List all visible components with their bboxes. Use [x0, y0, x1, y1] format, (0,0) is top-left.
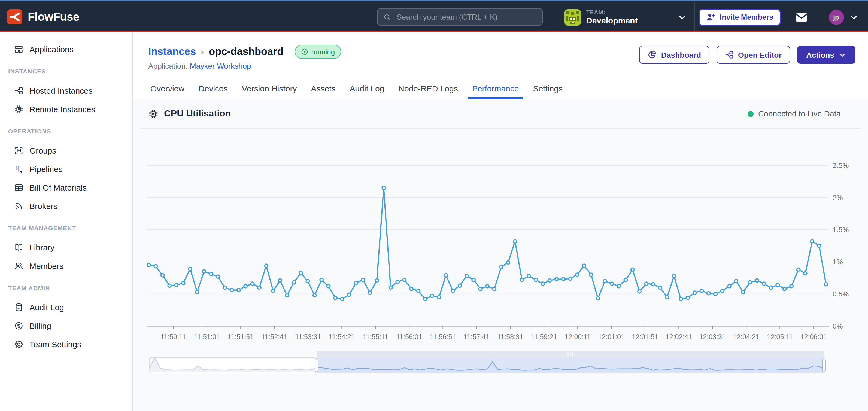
svg-text:12:00:11: 12:00:11	[565, 333, 591, 341]
svg-text:11:57:41: 11:57:41	[464, 333, 490, 341]
grip-icon	[570, 352, 570, 356]
svg-text:2%: 2%	[833, 194, 843, 202]
bill-of-materials-icon	[14, 183, 24, 192]
svg-text:2.5%: 2.5%	[833, 162, 849, 170]
sidebar-item-label: Team Settings	[29, 339, 81, 349]
application-label: Application:	[148, 62, 188, 70]
breadcrumb-instances-link[interactable]: Instances	[148, 46, 196, 58]
sidebar-item-label: Library	[29, 242, 55, 252]
svg-text:1.5%: 1.5%	[833, 226, 849, 234]
svg-text:11:50:11: 11:50:11	[160, 333, 186, 341]
dashboard-button[interactable]: Dashboard	[640, 46, 709, 64]
library-icon	[14, 242, 24, 252]
pie-chart-icon	[648, 50, 657, 59]
brand[interactable]: FlowFuse	[7, 1, 79, 32]
y-axis-labels: 0%0.5%1%1.5%2%2.5%	[833, 162, 849, 330]
sidebar-item-label: Audit Log	[29, 302, 64, 312]
sidebar-item-audit-log[interactable]: Audit Log	[0, 298, 132, 316]
grip-icon	[567, 352, 568, 356]
page-title: opc-dashboard	[209, 46, 283, 58]
team-name: Development	[586, 16, 638, 25]
editor-fork-icon	[724, 50, 734, 59]
range-handle-left[interactable]	[315, 359, 318, 372]
tab-overview[interactable]: Overview	[146, 78, 189, 99]
chevron-down-icon	[678, 13, 687, 22]
chart-title: CPU Utilisation	[148, 108, 231, 119]
sidebar-section-team-admin: TEAM ADMIN	[0, 285, 132, 291]
tab-audit-log[interactable]: Audit Log	[345, 78, 389, 99]
sidebar-item-brokers[interactable]: Brokers	[0, 197, 132, 215]
svg-text:12:01:51: 12:01:51	[632, 333, 658, 341]
live-status-label: Connected to Live Data	[758, 109, 841, 118]
sidebar-item-library[interactable]: Library	[0, 238, 132, 256]
team-selector[interactable]: TEAM: Development	[556, 2, 694, 32]
svg-text:12:04:21: 12:04:21	[733, 333, 759, 341]
svg-text:12:02:41: 12:02:41	[665, 333, 692, 341]
status-badge-label: running	[311, 48, 335, 56]
sidebar-item-members[interactable]: Members	[0, 256, 132, 275]
user-plus-icon	[706, 12, 715, 22]
svg-text:11:56:01: 11:56:01	[396, 333, 422, 341]
x-axis-labels: 11:50:1111:51:0111:51:5111:52:4111:53:31…	[160, 333, 827, 341]
svg-text:11:51:01: 11:51:01	[194, 333, 220, 341]
svg-text:11:58:31: 11:58:31	[497, 333, 523, 341]
flowfuse-logo-icon	[7, 9, 22, 24]
tab-performance[interactable]: Performance	[468, 78, 523, 99]
svg-text:11:54:21: 11:54:21	[329, 333, 355, 341]
svg-text:12:05:11: 12:05:11	[767, 333, 793, 341]
chevron-down-icon	[839, 51, 846, 59]
team-avatar	[564, 9, 581, 25]
billing-icon	[14, 321, 24, 330]
main-content: Instances › opc-dashboard running Applic…	[133, 32, 868, 411]
actions-button[interactable]: Actions	[797, 46, 856, 64]
team-text: TEAM: Development	[586, 9, 638, 25]
cpu-icon	[148, 109, 159, 119]
sidebar-section-instances: INSTANCES	[0, 68, 132, 75]
search-input[interactable]	[396, 12, 537, 22]
sidebar-section-team-management: TEAM MANAGEMENT	[0, 225, 132, 231]
chart-title-label: CPU Utilisation	[164, 108, 231, 119]
tab-assets[interactable]: Assets	[307, 78, 340, 99]
breadcrumb: Instances › opc-dashboard running	[148, 45, 341, 59]
svg-text:12:03:31: 12:03:31	[700, 333, 726, 341]
tab-devices[interactable]: Devices	[194, 78, 232, 99]
tab-settings[interactable]: Settings	[529, 78, 567, 99]
range-handle-right[interactable]	[822, 359, 826, 372]
user-menu[interactable]: jp	[818, 2, 868, 32]
invite-segment: Invite Members	[694, 2, 785, 32]
svg-text:11:52:41: 11:52:41	[261, 333, 287, 341]
sidebar-item-hosted-instances[interactable]: Hosted Instances	[0, 81, 132, 100]
tab-version-history[interactable]: Version History	[238, 78, 301, 99]
svg-text:0.5%: 0.5%	[833, 290, 849, 298]
sidebar-item-remote-instances[interactable]: Remote Instances	[0, 100, 132, 118]
grip-icon	[572, 352, 573, 356]
sidebar-item-applications[interactable]: Applications	[0, 40, 132, 58]
search-icon	[383, 13, 391, 21]
mail-icon	[795, 11, 808, 24]
header-right-cluster: TEAM: Development Invite Members	[556, 2, 868, 32]
sidebar-item-pipelines[interactable]: Pipelines	[0, 160, 132, 178]
notifications-segment[interactable]	[785, 2, 818, 32]
sidebar-item-label: Remote Instances	[29, 104, 95, 113]
hosted-instances-icon	[14, 86, 24, 95]
sidebar-item-billing[interactable]: Billing	[0, 316, 132, 335]
pipelines-icon	[14, 164, 24, 173]
sidebar: ApplicationsINSTANCESHosted InstancesRem…	[0, 32, 133, 411]
open-editor-button[interactable]: Open Editor	[716, 46, 790, 64]
team-search[interactable]	[377, 8, 543, 26]
sidebar-item-team-settings[interactable]: Team Settings	[0, 335, 132, 353]
svg-text:0%: 0%	[833, 322, 843, 330]
invite-members-button[interactable]: Invite Members	[699, 8, 781, 26]
brand-name: FlowFuse	[28, 10, 79, 23]
chart-header: CPU Utilisation Connected to Live Data	[141, 99, 861, 129]
time-range-selector[interactable]	[149, 351, 826, 373]
groups-icon	[14, 146, 24, 155]
svg-text:11:53:31: 11:53:31	[295, 333, 321, 341]
sidebar-item-groups[interactable]: Groups	[0, 141, 132, 160]
svg-text:11:55:11: 11:55:11	[363, 333, 388, 341]
sidebar-item-bill-of-materials[interactable]: Bill Of Materials	[0, 178, 132, 197]
tab-node-red-logs[interactable]: Node-RED Logs	[394, 78, 462, 99]
application-line: Application: Mayker Workshop	[148, 62, 251, 70]
svg-text:1%: 1%	[833, 258, 843, 266]
application-link[interactable]: Mayker Workshop	[190, 62, 251, 70]
